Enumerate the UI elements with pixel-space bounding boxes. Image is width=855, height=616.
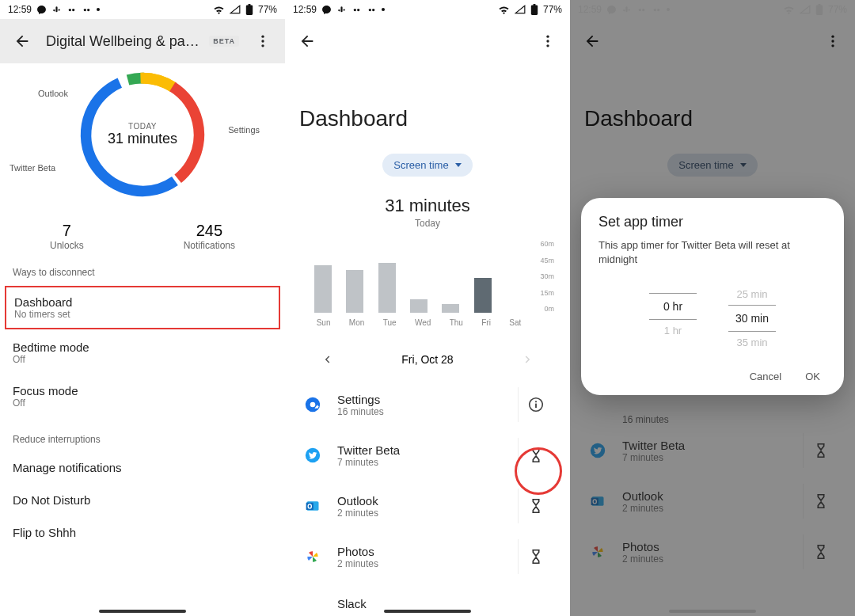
- overflow-menu-button[interactable]: [532, 25, 564, 57]
- svg-point-31: [831, 36, 834, 38]
- current-date: Fri, Oct 28: [401, 353, 453, 366]
- ok-button[interactable]: OK: [805, 371, 820, 382]
- hours-column[interactable]: 0 hr 1 hr: [649, 283, 697, 353]
- app-name: Outlook: [622, 489, 663, 503]
- clock: 12:59: [8, 4, 32, 15]
- set-timer-button[interactable]: [803, 484, 838, 519]
- item-focus-mode[interactable]: Focus mode Off: [0, 375, 285, 418]
- app-name: Photos: [337, 545, 378, 558]
- screen-dashboard: 12:59 77% Dashboard Screen time 31 minut…: [285, 0, 570, 616]
- screen-wellbeing: 12:59 77% Digital Wellbeing & pare… BETA: [0, 0, 285, 616]
- today-label: TODAY: [108, 122, 177, 131]
- bar-sun[interactable]: [314, 265, 332, 313]
- app-name: Photos: [622, 540, 663, 553]
- app-row-twitter-beta[interactable]: Twitter Beta7 minutes: [584, 425, 841, 476]
- status-bar: 12:59 77%: [570, 0, 855, 19]
- outlook-icon: [584, 488, 611, 515]
- app-name: Twitter Beta: [337, 443, 400, 457]
- stats-row: 7 Unlocks 245 Notifications: [0, 222, 285, 251]
- back-button[interactable]: [6, 25, 38, 57]
- outlook-icon: [299, 492, 326, 519]
- bar-thu[interactable]: [442, 304, 459, 313]
- minutes-column[interactable]: 25 min 30 min 35 min: [728, 283, 776, 353]
- next-day-button[interactable]: [516, 348, 540, 371]
- slack-icon: [299, 590, 326, 616]
- duration-picker[interactable]: 0 hr 1 hr 25 min 30 min 35 min: [598, 283, 826, 353]
- more-vert-icon: [540, 33, 556, 49]
- bar-wed[interactable]: [410, 299, 428, 313]
- wifi-icon: [498, 5, 510, 14]
- svg-rect-36: [591, 498, 598, 505]
- app-name: Twitter Beta: [622, 439, 685, 452]
- twitter-icon: [299, 442, 326, 469]
- usage-donut[interactable]: TODAY 31 minutes Outlook Twitter Beta Se…: [0, 63, 285, 206]
- total-time: 31 minutes: [299, 196, 556, 216]
- item-do-not-disturb[interactable]: Do Not Disturb: [0, 484, 285, 516]
- bar-fri[interactable]: [474, 278, 492, 313]
- battery-icon: [530, 4, 538, 15]
- app-row-twitter-beta[interactable]: Twitter Beta7 minutes: [299, 430, 556, 481]
- item-dashboard[interactable]: Dashboard No timers set: [5, 286, 280, 329]
- gesture-handle[interactable]: [384, 610, 471, 613]
- screen-time-chip[interactable]: Screen time: [382, 154, 472, 177]
- clock: 12:59: [578, 4, 602, 15]
- app-icon-1: [352, 5, 362, 15]
- item-manage-notifications[interactable]: Manage notifications: [0, 451, 285, 484]
- overflow-menu-button[interactable]: [247, 25, 279, 57]
- clock: 12:59: [293, 4, 317, 15]
- app-bar: [570, 19, 855, 63]
- set-timer-button[interactable]: [803, 534, 838, 569]
- svg-point-32: [831, 40, 834, 42]
- set-timer-button[interactable]: [518, 539, 553, 574]
- page-title: Digital Wellbeing & pare…: [46, 33, 201, 50]
- svg-point-29: [654, 8, 656, 10]
- app-row-outlook[interactable]: Outlook2 minutes: [584, 476, 841, 527]
- status-bar: 12:59 77%: [285, 0, 570, 19]
- set-timer-button[interactable]: [518, 438, 553, 473]
- stat-notifications[interactable]: 245 Notifications: [184, 222, 235, 251]
- app-time: 2 minutes: [337, 508, 378, 519]
- weekly-bar-chart[interactable]: 60m45m30m15m0m SunMonTueWedThuFriSat: [307, 240, 554, 327]
- back-button[interactable]: [576, 25, 608, 57]
- app-row-settings[interactable]: Settings16 minutes: [299, 379, 556, 430]
- item-bedtime-mode[interactable]: Bedtime mode Off: [0, 331, 285, 375]
- slack-icon: [336, 5, 347, 15]
- gesture-handle[interactable]: [669, 610, 756, 613]
- item-flip-to-shhh[interactable]: Flip to Shhh: [0, 516, 285, 549]
- svg-point-2: [84, 8, 86, 10]
- overflow-menu-button[interactable]: [817, 25, 849, 57]
- app-time: 7 minutes: [337, 457, 400, 468]
- stat-unlocks[interactable]: 7 Unlocks: [50, 222, 84, 251]
- app-row-outlook[interactable]: Outlook2 minutes: [299, 481, 556, 531]
- svg-point-30: [657, 8, 659, 10]
- app-name: Slack: [337, 597, 367, 610]
- back-button[interactable]: [291, 25, 323, 57]
- set-timer-button[interactable]: [803, 433, 838, 468]
- prev-day-button[interactable]: [315, 348, 339, 371]
- messenger-icon: [36, 5, 47, 15]
- app-time: 16 minutes: [337, 406, 384, 417]
- signal-icon: [515, 5, 526, 14]
- app-time: 2 minutes: [622, 503, 663, 514]
- screen-time-chip[interactable]: Screen time: [667, 154, 757, 177]
- messenger-icon: [606, 5, 617, 15]
- info-button[interactable]: [518, 387, 553, 422]
- app-row-photos[interactable]: Photos2 minutes: [299, 531, 556, 582]
- app-icon-1: [66, 5, 77, 15]
- beta-badge: BETA: [209, 36, 239, 47]
- gesture-handle[interactable]: [99, 610, 186, 613]
- app-name: Settings: [337, 393, 384, 406]
- slack-icon: [621, 5, 632, 15]
- svg-point-18: [546, 44, 549, 47]
- partial-time: 16 minutes: [622, 414, 841, 425]
- bar-mon[interactable]: [346, 270, 363, 313]
- svg-point-21: [534, 401, 536, 402]
- battery-pct: 77%: [258, 4, 277, 15]
- bar-tue[interactable]: [378, 263, 396, 313]
- slack-icon: [51, 5, 62, 15]
- app-row-photos[interactable]: Photos2 minutes: [584, 527, 841, 577]
- set-timer-button[interactable]: [518, 489, 553, 523]
- page-title: Dashboard: [584, 106, 841, 131]
- arrow-back-icon: [13, 32, 31, 50]
- cancel-button[interactable]: Cancel: [750, 371, 781, 382]
